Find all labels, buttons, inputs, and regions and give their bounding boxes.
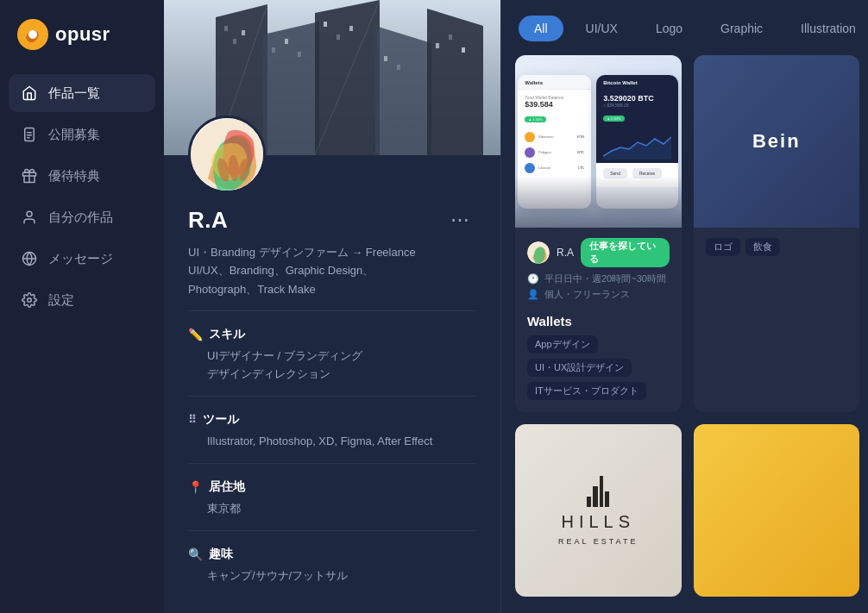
svg-rect-21 (272, 47, 275, 53)
tools-icon: ⠿ (188, 413, 197, 426)
logo-text: opusr (55, 23, 110, 46)
sidebar-nav: 作品一覧 公開募集 (0, 74, 164, 319)
hills-building-icon (581, 476, 615, 507)
svg-rect-31 (462, 47, 465, 53)
sidebar-item-label: 作品一覧 (48, 85, 100, 102)
card-wallets-title: Wallets (527, 314, 670, 328)
svg-rect-23 (298, 52, 301, 57)
profile-section-hobbies: 🔍 趣味 キャンプ/サウナ/フットサル (164, 531, 500, 585)
svg-rect-25 (337, 34, 340, 40)
svg-rect-42 (587, 497, 591, 507)
sidebar: opusr 作品一覧 公開募集 (0, 0, 164, 613)
main-content: R.A ⋯ UI・Branding デザインファーム → Freelance U… (164, 0, 868, 613)
svg-rect-40 (600, 476, 603, 507)
card-wallets-tags: Appデザイン UI・UX設計デザイン ITサービス・プロダクト (527, 335, 670, 400)
skills-content: UIデザイナー / ブランディングデザインディレクション (188, 347, 476, 384)
sidebar-item-messages[interactable]: メッセージ (9, 240, 155, 278)
profile-avatar-area (164, 116, 500, 193)
message-icon (21, 250, 38, 267)
tag-2: ITサービス・プロダクト (527, 382, 646, 400)
portfolio-panel: All UI/UX Logo Graphic Illustration Wall… (500, 0, 868, 613)
gift-icon (21, 167, 38, 185)
home-icon (21, 84, 38, 102)
card-yellow[interactable] (694, 424, 860, 597)
location-content: 東京都 (188, 500, 476, 518)
profile-section-location: 📍 居住地 東京都 (164, 464, 500, 518)
svg-rect-26 (349, 26, 353, 31)
filter-uiux[interactable]: UI/UX (570, 16, 633, 41)
tag-being-1: 飲食 (745, 238, 780, 256)
tag-0: Appデザイン (527, 335, 598, 353)
hobbies-title: 趣味 (209, 547, 233, 562)
filter-graphic[interactable]: Graphic (705, 16, 778, 41)
hills-subtext: REAL ESTATE (558, 537, 638, 546)
profile-section-tools: ⠿ ツール Illustrator, Photoshop, XD, Figma,… (164, 397, 500, 451)
gear-icon (21, 291, 38, 309)
svg-rect-19 (233, 39, 236, 44)
card-hills[interactable]: HILLS REAL ESTATE (515, 424, 682, 597)
svg-rect-20 (242, 30, 245, 35)
sidebar-item-label: 公開募集 (48, 127, 100, 143)
profile-bio: UI・Branding デザインファーム → Freelance UI/UX、B… (188, 243, 476, 298)
hobbies-content: キャンプ/サウナ/フットサル (188, 567, 476, 585)
card-detail-time: 🕐 平日日中・週20時間~30時間 (527, 272, 670, 285)
card-wallets-meta: R.A 仕事を探している 🕐 平日日中・週20時間~30時間 👤 個人・フリーラ… (515, 228, 682, 314)
card-avatar (527, 241, 550, 264)
avatar-image (191, 118, 266, 193)
sidebar-item-portfolio[interactable]: 作品一覧 (9, 74, 155, 112)
logo: opusr (0, 0, 164, 74)
tag-being-0: ロゴ (706, 238, 740, 256)
svg-rect-24 (324, 22, 327, 27)
svg-point-1 (28, 30, 37, 39)
card-being-tags: ロゴ 飲食 (706, 238, 848, 256)
being-text: Bein (752, 130, 801, 153)
portfolio-filter: All UI/UX Logo Graphic Illustration (501, 0, 868, 55)
sidebar-item-label: 自分の作品 (48, 210, 113, 226)
profile-panel: R.A ⋯ UI・Branding デザインファーム → Freelance U… (164, 0, 500, 613)
card-wallets-image: Wallets Total Wallet Balance $39.584 ▲ 1… (515, 55, 682, 228)
card-detail-type: 👤 個人・フリーランス (527, 288, 670, 301)
tools-content: Illustrator, Photoshop, XD, Figma, After… (188, 433, 476, 451)
svg-point-8 (27, 211, 32, 216)
profile-name: R.A (188, 207, 228, 234)
sidebar-item-recruitment[interactable]: 公開募集 (9, 116, 155, 153)
card-wallets[interactable]: Wallets Total Wallet Balance $39.584 ▲ 1… (515, 55, 682, 412)
location-title: 居住地 (209, 479, 245, 495)
sidebar-item-benefits[interactable]: 優待特典 (9, 157, 155, 195)
svg-point-11 (28, 298, 32, 303)
card-overlay (515, 176, 682, 228)
card-being-meta: ロゴ 飲食 (694, 228, 860, 268)
sidebar-item-label: メッセージ (48, 251, 113, 267)
filter-logo[interactable]: Logo (640, 16, 698, 41)
filter-illustration[interactable]: Illustration (785, 16, 868, 41)
clock-icon: 🕐 (527, 273, 539, 285)
card-user-name: R.A (557, 247, 574, 259)
svg-rect-41 (605, 491, 609, 507)
status-badge: 仕事を探している (581, 238, 669, 267)
svg-rect-28 (397, 65, 400, 70)
file-icon (21, 126, 38, 143)
avatar (188, 116, 266, 193)
svg-rect-18 (224, 26, 228, 31)
filter-all[interactable]: All (519, 16, 563, 41)
sidebar-item-mywork[interactable]: 自分の作品 (9, 198, 155, 236)
logo-icon (17, 19, 48, 50)
hills-logo: HILLS REAL ESTATE (558, 476, 638, 546)
tools-title: ツール (203, 412, 239, 428)
profile-menu-button[interactable]: ⋯ (443, 205, 476, 235)
card-being-image: Bein (694, 55, 860, 228)
svg-rect-29 (436, 43, 439, 48)
card-being[interactable]: Bein ロゴ 飲食 (694, 55, 860, 412)
pencil-icon: ✏️ (188, 328, 203, 341)
location-icon: 📍 (188, 480, 203, 494)
sidebar-item-label: 優待特典 (48, 168, 100, 185)
tag-1: UI・UX設計デザイン (527, 359, 632, 377)
skills-title: スキル (209, 327, 245, 342)
profile-info: R.A ⋯ UI・Branding デザインファーム → Freelance U… (164, 193, 500, 298)
hobbies-icon: 🔍 (188, 547, 203, 561)
profile-section-skills: ✏️ スキル UIデザイナー / ブランディングデザインディレクション (164, 311, 500, 384)
user-icon (21, 209, 38, 226)
svg-rect-27 (384, 56, 387, 61)
sidebar-item-settings[interactable]: 設定 (9, 281, 155, 319)
hills-wordmark: HILLS (561, 512, 635, 532)
